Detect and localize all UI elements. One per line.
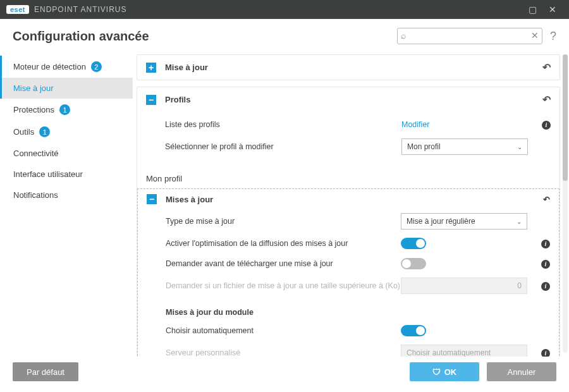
auto-choose-label: Choisir automatiquement [166, 326, 401, 335]
info-icon[interactable]: i [541, 282, 550, 291]
select-value: Mise à jour régulière [407, 217, 475, 226]
chevron-down-icon: ⌄ [517, 144, 522, 150]
sidebar-item-connectivity[interactable]: Connectivité [0, 143, 133, 164]
sidebar-item-label: Interface utilisateur [13, 169, 83, 179]
shield-icon: 🛡 [432, 367, 441, 377]
chevron-down-icon: ⌄ [517, 218, 522, 225]
sidebar-item-label: Moteur de détection [13, 62, 86, 71]
sidebar-item-label: Protections [13, 105, 54, 114]
subpanel-title: Mises à jour [166, 195, 213, 204]
badge: 1 [59, 104, 70, 115]
panel-profiles: − Profils ↶ Liste des profils Modifier i… [137, 87, 560, 357]
info-icon[interactable]: i [541, 260, 550, 269]
update-type-label: Type de mise à jour [166, 217, 401, 226]
undo-icon[interactable]: ↶ [542, 94, 551, 106]
sidebar-item-protections[interactable]: Protections 1 [0, 99, 133, 121]
optimization-toggle[interactable] [401, 238, 426, 249]
sidebar-item-notifications[interactable]: Notifications [0, 185, 133, 205]
sidebar-item-label: Mise à jour [13, 83, 54, 93]
footer: Par défaut 🛡OK Annuler [0, 357, 569, 392]
subpanel-updates: − Mises à jour ↶ Type de mise à jour Mis… [137, 188, 560, 357]
window-close-icon[interactable]: ✕ [542, 4, 563, 15]
ask-before-download-label: Demander avant de télécharger une mise à… [166, 259, 401, 268]
clear-search-icon[interactable]: ✕ [531, 30, 539, 40]
profile-select-label: Sélectionner le profil à modifier [165, 142, 401, 151]
size-threshold-input [401, 278, 527, 294]
brand-logo: eset [6, 5, 29, 14]
help-icon[interactable]: ? [550, 30, 556, 43]
sidebar-item-label: Notifications [13, 190, 58, 200]
info-icon[interactable]: i [542, 121, 551, 130]
ask-before-download-toggle[interactable] [401, 258, 426, 269]
sidebar-item-update[interactable]: Mise à jour [0, 78, 133, 99]
modify-link[interactable]: Modifier [401, 120, 429, 129]
collapse-icon[interactable]: − [147, 194, 157, 204]
content-area: + Mise à jour ↶ − Profils ↶ Liste des pr… [133, 51, 569, 357]
custom-server-label: Serveur personnalisé [166, 348, 401, 357]
sidebar-item-ui[interactable]: Interface utilisateur [0, 164, 133, 185]
info-icon[interactable]: i [541, 240, 550, 248]
profile-section-title: Mon profil [137, 171, 560, 187]
cancel-button[interactable]: Annuler [487, 362, 556, 381]
panel-title: Mise à jour [165, 63, 208, 72]
window-maximize-icon[interactable]: ▢ [522, 4, 542, 15]
search-wrap: ⌕ ✕ [397, 28, 542, 44]
profile-list-label: Liste des profils [165, 120, 401, 129]
undo-icon[interactable]: ↶ [543, 195, 550, 204]
titlebar: eset ENDPOINT ANTIVIRUS ▢ ✕ [0, 0, 569, 19]
badge: 2 [91, 61, 102, 72]
product-name: ENDPOINT ANTIVIRUS [34, 5, 126, 14]
info-icon[interactable]: i [541, 349, 550, 357]
header: Configuration avancée ⌕ ✕ ? [0, 19, 569, 51]
profile-select[interactable]: Mon profil ⌄ [401, 138, 528, 155]
page-title: Configuration avancée [13, 29, 397, 44]
sidebar-item-tools[interactable]: Outils 1 [0, 121, 133, 143]
scrollbar-thumb[interactable] [563, 54, 568, 181]
size-threshold-label: Demander si un fichier de mise à jour a … [166, 281, 401, 290]
custom-server-input: Choisir automatiquement [401, 345, 527, 357]
select-value: Mon profil [407, 142, 441, 151]
default-button[interactable]: Par défaut [13, 362, 78, 381]
expand-icon[interactable]: + [146, 63, 156, 73]
sidebar: Moteur de détection 2 Mise à jour Protec… [0, 51, 133, 357]
badge: 1 [39, 126, 50, 137]
sidebar-item-detection-engine[interactable]: Moteur de détection 2 [0, 56, 133, 78]
module-updates-heading: Mises à jour du module [138, 298, 559, 321]
sidebar-item-label: Connectivité [13, 149, 59, 158]
panel-title: Profils [165, 95, 190, 104]
panel-update: + Mise à jour ↶ [137, 54, 560, 80]
search-icon: ⌕ [401, 30, 406, 40]
update-type-select[interactable]: Mise à jour régulière ⌄ [401, 213, 527, 230]
sidebar-item-label: Outils [13, 127, 34, 137]
ok-button[interactable]: 🛡OK [410, 362, 479, 381]
search-input[interactable] [397, 28, 542, 44]
undo-icon[interactable]: ↶ [542, 61, 551, 73]
collapse-icon[interactable]: − [146, 95, 156, 105]
auto-choose-toggle[interactable] [401, 325, 426, 336]
optimization-label: Activer l'optimisation de la diffusion d… [166, 239, 401, 248]
